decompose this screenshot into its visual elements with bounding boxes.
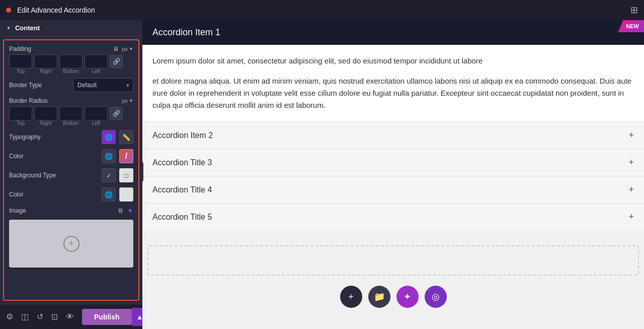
br-left-label: Left [85,120,108,126]
background-type-row: Background Type ✓ □ [9,168,133,182]
accordion-plus-4: + [628,184,634,195]
accordion-item-1: Accordion Item 1 Lorem ipsum dolor sit a… [142,20,644,122]
padding-right-label: Right [34,69,57,74]
publish-chevron-btn[interactable]: ▲ [132,308,142,326]
layers-icon[interactable]: ◫ [21,312,29,321]
accordion-item-2[interactable]: Accordion Item 2 + [142,122,644,149]
section-header[interactable]: ▼ Content [0,20,142,36]
color1-picker-btn[interactable]: / [119,149,133,163]
right-wrapper: NEW ‹ Accordion Item 1 Lorem ipsum dolor… [142,20,644,323]
history-icon[interactable]: ↺ [37,312,43,321]
publish-button[interactable]: Publish [82,309,132,325]
border-radius-row: Border Radius px ▼ [9,97,133,104]
accordion-content-1: Lorem ipsum dolor sit amet, consectetur … [142,45,644,121]
padding-link-btn[interactable]: 🔗 [110,55,123,68]
accordion-item-5[interactable]: Accordion Title 5 + [142,204,644,230]
padding-right-input[interactable] [34,54,57,69]
padding-bottom-input[interactable] [59,54,83,69]
color1-label: Color [9,153,100,160]
accordion-item-3[interactable]: Accordion Title 3 + [142,149,644,176]
br-right-label: Right [34,120,57,126]
accordion-plus-2: + [628,130,634,141]
color2-row: Color 🌐 [9,187,133,202]
typography-edit-btn[interactable]: ✏️ [119,130,133,144]
padding-unit: px ▼ [122,46,133,52]
section-arrow: ▼ [6,25,11,31]
folder-btn[interactable]: 📁 [368,286,390,308]
image-label: Image [9,207,115,214]
main-layout: ▼ Content Padding 🖥 px ▼ 🔗 Top [0,20,644,329]
border-radius-unit-arrow: ▼ [129,98,133,103]
padding-inputs: 🔗 [9,54,133,69]
typography-global-btn[interactable]: 🌐 [102,130,116,144]
image-upload-area[interactable]: + [9,220,133,268]
br-bottom-label: Bottom [59,120,83,126]
padding-bottom-label: Bottom [59,69,83,74]
border-type-row: Border Type Default Solid Dashed Dotted … [9,78,133,92]
padding-row: Padding 🖥 px ▼ [9,45,133,52]
settings-icon[interactable]: ⚙ [6,312,13,321]
padding-top-input[interactable] [9,54,32,69]
dashed-area [147,245,639,276]
color1-row: Color 🌐 / [9,149,133,163]
border-radius-label: Border Radius [9,97,122,104]
border-radius-unit: px ▼ [122,98,133,104]
add-section-btn[interactable]: + [340,286,362,308]
padding-left-label: Left [85,69,108,74]
bottom-actions: + 📁 ✦ ◎ [142,276,644,318]
accordion-label-5: Accordion Title 5 [152,213,212,222]
border-radius-left-input[interactable] [85,106,108,120]
right-panel: NEW ‹ Accordion Item 1 Lorem ipsum dolor… [142,20,644,329]
top-bar: Edit Advanced Accordion ⊞ [0,0,644,20]
border-radius-bottom-input[interactable] [59,106,83,120]
border-type-select[interactable]: Default Solid Dashed Dotted None [73,78,133,92]
padding-left-input[interactable] [85,54,108,69]
bottom-toolbar: ⚙ ◫ ↺ ⊡ 👁 Publish ▲ [0,304,142,329]
bg-type-paint-btn[interactable]: ✓ [102,168,116,182]
add-image-icon: + [63,236,79,252]
color1-global-btn[interactable]: 🌐 [102,149,116,163]
color2-picker-btn[interactable] [119,187,133,202]
border-radius-top-input[interactable] [9,106,32,120]
padding-top-label: Top [9,69,32,74]
accordion-plus-5: + [628,212,634,222]
accordion-plus-3: + [628,157,634,168]
br-top-label: Top [9,120,32,126]
typography-row: Typography 🌐 ✏️ [9,130,133,144]
border-radius-right-input[interactable] [34,106,57,120]
color2-label: Color [9,191,100,198]
section-label: Content [15,24,40,32]
image-row: Image 🖥 ✦ [9,207,133,215]
accordion-label-2: Accordion Item 2 [152,131,213,140]
image-monitor-icon: 🖥 [117,207,123,214]
accordion-item-4[interactable]: Accordion Title 4 + [142,176,644,204]
typography-label: Typography [9,134,100,141]
accordion-title-1[interactable]: Accordion Item 1 [142,20,644,45]
bottom-area: + 📁 ✦ ◎ [142,235,644,323]
border-type-label: Border Type [9,82,71,89]
left-panel: ▼ Content Padding 🖥 px ▼ 🔗 Top [0,20,142,329]
color2-global-btn[interactable]: 🌐 [102,187,116,202]
background-type-label: Background Type [9,172,100,179]
ai-btn[interactable]: ◎ [425,286,447,308]
padding-sub-labels: Top Right Bottom Left [9,69,133,74]
publish-group: Publish ▲ [82,308,142,326]
panel-content: Padding 🖥 px ▼ 🔗 Top Right Bottom Left [3,39,139,301]
page-title: Edit Advanced Accordion [17,6,624,14]
bg-type-image-btn[interactable]: □ [119,168,133,182]
accordion-container: Accordion Item 1 Lorem ipsum dolor sit a… [142,20,644,230]
accordion-label-4: Accordion Title 4 [152,185,212,194]
template-icon[interactable]: ⊡ [51,312,58,321]
accordion-label-3: Accordion Title 3 [152,158,212,167]
window-dot [6,8,11,13]
eye-icon[interactable]: 👁 [66,312,74,321]
border-radius-link-btn[interactable]: 🔗 [110,107,123,120]
padding-monitor-icon: 🖥 [113,45,119,52]
color1-slash: / [125,152,127,161]
grid-icon[interactable]: ⊞ [630,5,638,16]
padding-unit-arrow: ▼ [129,46,133,51]
collapse-handle[interactable]: ‹ [142,162,143,182]
magic-btn[interactable]: ✦ [396,286,419,308]
padding-label: Padding [9,45,113,52]
border-type-select-wrapper: Default Solid Dashed Dotted None ▼ [73,78,133,92]
